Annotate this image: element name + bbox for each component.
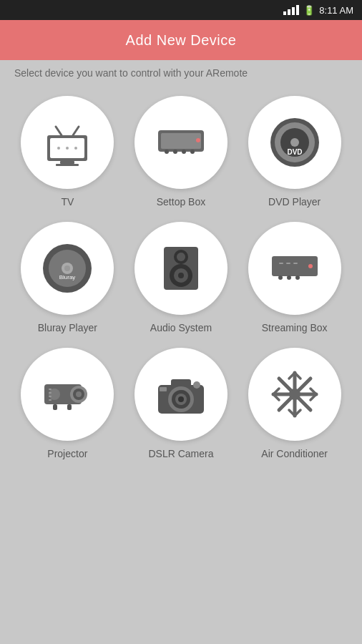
svg-point-39: [308, 264, 313, 268]
svg-rect-36: [279, 263, 283, 264]
svg-point-11: [165, 150, 169, 154]
svg-point-19: [290, 138, 299, 147]
svg-point-24: [64, 265, 70, 271]
device-item-projector[interactable]: Projector: [14, 348, 121, 459]
svg-line-5: [73, 127, 79, 135]
svg-text:Bluray: Bluray: [59, 274, 76, 280]
device-circle-dslr: [134, 348, 228, 441]
app-bar-title: Add New Device: [126, 32, 237, 49]
device-circle-projector: [21, 348, 114, 441]
svg-rect-47: [49, 399, 52, 401]
device-label-streaming: Streaming Box: [262, 322, 328, 333]
svg-rect-37: [286, 263, 290, 264]
device-item-bluray[interactable]: Bluray Bluray Player: [14, 222, 121, 333]
svg-point-31: [178, 273, 184, 278]
device-circle-bluray: Bluray: [21, 222, 114, 315]
subtitle-text: Select device you want to control with y…: [14, 67, 348, 89]
device-circle-dvd: DVD: [248, 96, 341, 189]
svg-point-6: [57, 147, 60, 150]
device-circle-tv: [21, 96, 114, 189]
device-label-projector: Projector: [47, 448, 87, 459]
svg-rect-49: [53, 404, 57, 410]
svg-rect-2: [60, 161, 74, 164]
device-item-settop[interactable]: Settop Box: [128, 96, 235, 208]
device-label-dslr: DSLR Camera: [148, 448, 213, 459]
svg-point-43: [76, 391, 82, 397]
device-circle-ac: [248, 348, 341, 441]
svg-point-48: [49, 389, 60, 400]
device-item-ac[interactable]: Air Conditioner: [241, 348, 348, 459]
device-label-dvd: DVD Player: [268, 196, 321, 208]
status-time: 8:11 AM: [319, 5, 353, 16]
svg-rect-38: [293, 263, 298, 264]
device-item-dvd[interactable]: DVD DVD Player: [241, 96, 348, 208]
device-item-streaming[interactable]: Streaming Box: [241, 222, 348, 333]
svg-point-7: [66, 147, 69, 150]
device-item-audio[interactable]: Audio System: [128, 222, 235, 333]
device-item-tv[interactable]: TV: [14, 96, 121, 208]
svg-point-12: [173, 150, 177, 154]
device-item-dslr[interactable]: DSLR Camera: [128, 348, 235, 459]
device-circle-streaming: [248, 222, 341, 315]
device-label-settop: Settop Box: [157, 196, 206, 208]
app-bar: Add New Device: [0, 20, 362, 60]
device-label-audio: Audio System: [150, 322, 212, 333]
svg-point-13: [182, 150, 186, 154]
svg-line-4: [56, 127, 62, 135]
device-grid: TV Settop Box: [14, 96, 348, 459]
battery-icon: 🔋: [303, 5, 315, 16]
svg-point-14: [190, 150, 195, 154]
svg-rect-58: [160, 387, 167, 391]
content-area: Select device you want to control with y…: [0, 60, 362, 644]
svg-rect-3: [56, 164, 79, 166]
device-label-tv: TV: [61, 196, 74, 208]
device-circle-settop: [134, 96, 228, 189]
svg-point-35: [295, 275, 300, 280]
svg-rect-50: [67, 404, 72, 410]
svg-point-34: [287, 275, 291, 280]
svg-point-15: [196, 138, 200, 142]
svg-point-33: [278, 275, 283, 280]
signal-icon: [283, 5, 299, 15]
svg-point-57: [193, 381, 200, 389]
svg-point-8: [74, 147, 77, 150]
device-circle-audio: [134, 222, 228, 315]
svg-text:DVD: DVD: [287, 148, 302, 156]
svg-point-56: [178, 396, 184, 402]
svg-rect-10: [161, 133, 201, 149]
device-label-bluray: Bluray Player: [38, 322, 97, 333]
status-bar: 🔋 8:11 AM: [0, 0, 362, 20]
svg-point-28: [177, 253, 185, 261]
device-label-ac: Air Conditioner: [261, 448, 328, 459]
